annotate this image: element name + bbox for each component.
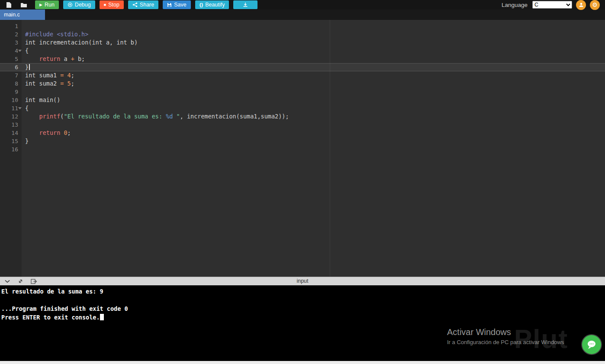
code-line[interactable]: #include <stdio.h>	[22, 30, 605, 38]
code-token: ;	[71, 72, 74, 79]
share-button[interactable]: Share	[128, 0, 158, 9]
tab-main-c[interactable]: main.c	[0, 10, 45, 20]
open-project-icon[interactable]	[20, 2, 27, 8]
beautify-button[interactable]: {} Beautify	[195, 0, 229, 9]
console-line: ...Program finished with exit code 0	[1, 304, 605, 313]
code-line[interactable]: }	[22, 137, 605, 145]
debug-icon	[68, 2, 73, 7]
code-token: 4	[68, 72, 71, 79]
gutter-line-number[interactable]: 7	[0, 71, 22, 80]
chat-widget-button[interactable]	[582, 335, 601, 354]
code-line[interactable]	[22, 121, 605, 129]
code-token: int suma2	[25, 80, 60, 87]
run-button-label: Run	[45, 2, 55, 8]
gutter-line-number[interactable]: 9	[0, 88, 22, 96]
code-editor[interactable]: 12345678910111213141516 #include <stdio.…	[0, 20, 605, 277]
stop-button-label: Stop	[108, 2, 119, 8]
code-line[interactable]: return 0;	[22, 129, 605, 137]
debug-button[interactable]: Debug	[63, 0, 95, 9]
play-icon: ▶	[39, 3, 42, 7]
code-line[interactable]: printf("El resultado de la suma es: %d "…	[22, 112, 605, 121]
gutter-line-number[interactable]: 15	[0, 137, 22, 145]
beautify-button-label: Beautify	[205, 2, 225, 8]
share-button-label: Share	[140, 2, 154, 8]
code-token: b;	[74, 55, 85, 62]
code-token: "	[173, 113, 180, 120]
new-file-icon[interactable]	[6, 2, 12, 8]
code-line[interactable]: }	[22, 63, 605, 71]
stop-button[interactable]: ■ Stop	[100, 0, 124, 9]
console-line	[1, 296, 605, 304]
console-line: Press ENTER to exit console.	[1, 313, 605, 322]
run-button[interactable]: ▶ Run	[35, 0, 59, 9]
code-token: #include <stdio.h>	[25, 31, 88, 38]
gutter-line-number[interactable]: 3	[0, 38, 22, 47]
gutter-line-number[interactable]: 5	[0, 55, 22, 63]
horizontal-scrollbar[interactable]	[0, 361, 605, 364]
code-line[interactable]: int suma1 = 4;	[22, 71, 605, 80]
gutter-line-number[interactable]: 8	[0, 80, 22, 88]
code-token: , incrementacion(suma1,suma2));	[180, 113, 289, 120]
toolbar: ▶ Run Debug ■ Stop Share Save {}	[0, 0, 605, 10]
download-icon	[243, 2, 248, 7]
gutter-line-number[interactable]: 10	[0, 96, 22, 104]
code-token: int suma1	[25, 72, 60, 79]
braces-icon: {}	[200, 2, 203, 7]
code-line[interactable]	[22, 145, 605, 153]
code-token: {	[25, 105, 29, 112]
editor-cursor	[29, 64, 30, 70]
gutter-line-number[interactable]: 2	[0, 30, 22, 38]
code-line[interactable]	[22, 88, 605, 96]
code-lines[interactable]: #include <stdio.h>int incrementacion(int…	[22, 20, 605, 277]
code-token: return	[39, 55, 61, 62]
code-token: {	[25, 47, 29, 54]
code-token: %d	[166, 113, 173, 120]
console-line: El resultado de la suma es: 9	[1, 287, 605, 296]
code-line[interactable]: {	[22, 47, 605, 55]
code-token: }	[25, 137, 29, 144]
code-line[interactable]	[22, 22, 605, 30]
code-token	[64, 72, 67, 79]
code-token: 0	[64, 129, 67, 136]
code-token: }	[25, 64, 29, 70]
gutter-line-number[interactable]: 12	[0, 112, 22, 121]
code-token	[64, 80, 67, 87]
code-line[interactable]: int incrementacion(int a, int b)	[22, 38, 605, 47]
code-token: int main()	[25, 96, 60, 103]
code-token	[25, 55, 39, 62]
code-token: printf	[39, 113, 61, 120]
gutter-line-number[interactable]: 4	[0, 47, 22, 55]
code-line[interactable]: int suma2 = 5;	[22, 80, 605, 88]
code-token: return	[39, 129, 61, 136]
activate-windows-text: Activar Windows	[447, 327, 511, 337]
code-line[interactable]: {	[22, 104, 605, 112]
language-select[interactable]: C	[532, 1, 572, 9]
code-token	[25, 129, 39, 136]
tab-bar: main.c	[0, 10, 605, 20]
gutter-line-number[interactable]: 6	[0, 63, 22, 71]
code-line[interactable]: return a + b;	[22, 55, 605, 63]
save-icon	[167, 3, 172, 7]
fold-icon[interactable]	[18, 107, 22, 109]
save-button[interactable]: Save	[163, 0, 191, 9]
gutter-line-number[interactable]: 11	[0, 104, 22, 112]
settings-button[interactable]: ⚙	[590, 0, 600, 10]
code-token: +	[71, 55, 74, 62]
code-token: int incrementacion(int a, int b)	[25, 39, 138, 46]
account-button[interactable]	[576, 0, 586, 10]
gutter-line-number[interactable]: 1	[0, 22, 22, 30]
code-line[interactable]: int main()	[22, 96, 605, 104]
download-button[interactable]	[233, 0, 257, 9]
console-toolbar: input	[0, 277, 605, 285]
gear-icon: ⚙	[592, 2, 598, 8]
activate-windows-subtext: Ir a Configuración de PC para activar Wi…	[447, 339, 564, 345]
gutter-line-number[interactable]: 16	[0, 145, 22, 153]
save-button-label: Save	[174, 2, 187, 8]
language-label: Language	[502, 2, 528, 8]
gutter-line-number[interactable]: 13	[0, 121, 22, 129]
gutter-line-number[interactable]: 14	[0, 129, 22, 137]
toolbar-right: Language C ⚙	[502, 0, 600, 10]
fold-icon[interactable]	[18, 50, 22, 52]
person-icon	[579, 2, 584, 7]
input-label: input	[0, 278, 605, 284]
